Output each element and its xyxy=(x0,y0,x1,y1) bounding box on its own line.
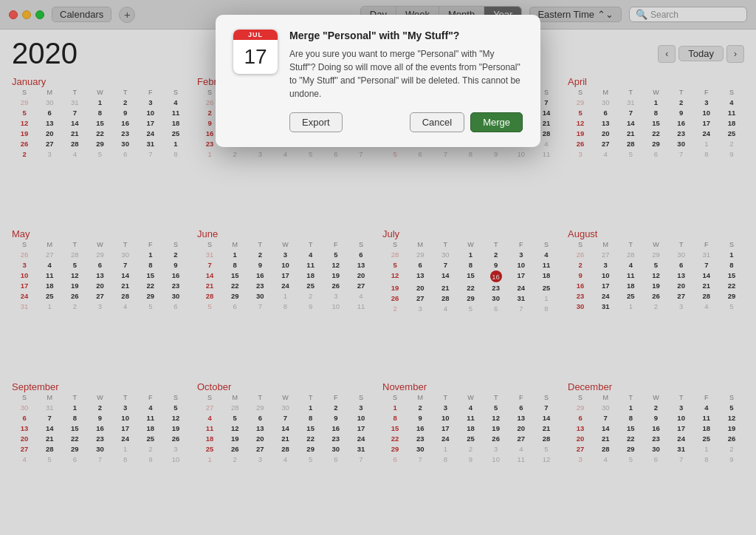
merge-button[interactable]: Merge xyxy=(470,112,523,132)
merge-dialog: JUL 17 Merge "Personal" with "My Stuff"?… xyxy=(216,15,540,147)
calendar-icon: JUL 17 xyxy=(233,30,278,74)
dialog-icon: JUL 17 xyxy=(233,30,278,74)
dialog-right-buttons: Cancel Merge xyxy=(410,112,523,132)
dialog-buttons: Export Cancel Merge xyxy=(289,112,523,132)
cancel-button[interactable]: Cancel xyxy=(410,112,464,132)
dialog-message: Are you sure you want to merge "Personal… xyxy=(289,47,523,100)
calendar-icon-month: JUL xyxy=(233,30,278,40)
dialog-overlay: JUL 17 Merge "Personal" with "My Stuff"?… xyxy=(0,0,756,535)
dialog-title: Merge "Personal" with "My Stuff"? xyxy=(289,30,523,41)
dialog-content: Merge "Personal" with "My Stuff"? Are yo… xyxy=(289,30,523,132)
export-button[interactable]: Export xyxy=(289,112,343,132)
calendar-icon-day: 17 xyxy=(233,40,278,74)
